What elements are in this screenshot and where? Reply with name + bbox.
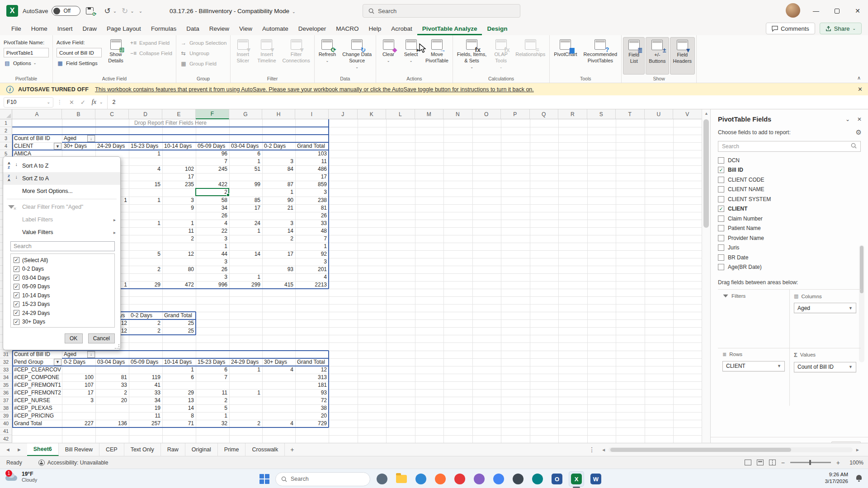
cell-D18[interactable]: 5 (129, 250, 162, 258)
taskbar-app-chrome[interactable] (491, 471, 506, 487)
cell-D22[interactable]: 29 (129, 281, 162, 289)
cell-E9[interactable]: 235 (162, 181, 196, 188)
formula-bar-chevron-icon[interactable]: ⌄ (99, 100, 103, 104)
filter-option-05-09-days[interactable]: ✓05-09 Days (14, 282, 114, 291)
collapse-ribbon-icon[interactable]: ∧ (857, 75, 861, 81)
autosave-toggle[interactable]: Off (52, 6, 80, 16)
column-header-L[interactable]: L (386, 109, 415, 119)
filter-option--select-all-[interactable]: ✓(Select All) (14, 256, 114, 265)
tab-draw[interactable]: Draw (78, 23, 102, 35)
column-header-Q[interactable]: Q (530, 109, 559, 119)
cell-I18[interactable]: 92 (295, 250, 329, 258)
cell-B40[interactable]: 227 (62, 420, 95, 427)
column-header-R[interactable]: R (558, 109, 587, 119)
cell-A39[interactable]: #CEP_PRICING (12, 412, 62, 420)
move-pivottable-button[interactable]: →MovePivotTable (423, 37, 451, 75)
cell-C36[interactable]: 2 (95, 389, 129, 397)
refresh-button[interactable]: ⟳Refresh⌄ (316, 37, 339, 75)
area-field-count-of-bill-id[interactable]: Count of Bill ID▼ (794, 362, 856, 372)
cell-I8[interactable]: 17 (295, 173, 329, 181)
row-header-38[interactable]: 38 (0, 404, 12, 412)
cell-C32[interactable]: 03-04 Days (95, 358, 129, 366)
cell-I37[interactable]: 72 (295, 397, 329, 404)
banner-close-icon[interactable]: ✕ (858, 86, 863, 93)
column-header-H[interactable]: H (262, 109, 295, 119)
cell-I10[interactable]: 3 (295, 188, 329, 196)
filter-option-03-04-days[interactable]: ✓03-04 Days (14, 273, 114, 282)
cell-D27[interactable]: 2 (129, 319, 162, 327)
cell-G14[interactable]: 24 (229, 220, 262, 227)
cell-F12[interactable]: 34 (196, 204, 229, 212)
title-chevron-icon[interactable]: ⌄ (292, 9, 296, 14)
cell-G40[interactable]: 2 (229, 420, 262, 427)
column-header-K[interactable]: K (358, 109, 387, 119)
cell-G4[interactable]: 03-04 Days (229, 142, 262, 150)
cell-E27[interactable]: 25 (162, 319, 196, 327)
show-details-button[interactable]: ⊞ShowDetails (105, 37, 127, 75)
sheet-tab-raw[interactable]: Raw (161, 443, 185, 456)
field-item-juris[interactable]: Juris (718, 243, 856, 253)
cell-I14[interactable]: 33 (295, 220, 329, 227)
select-button[interactable]: ▸Select⌄ (400, 37, 422, 75)
cell-E7[interactable]: 102 (162, 165, 196, 173)
field-item-br-date[interactable]: BR Date (718, 253, 856, 263)
row-header-4[interactable]: 4 (0, 142, 12, 150)
pivotchart-button[interactable]: ▆PivotChart (551, 37, 580, 75)
field-settings-button[interactable]: ▦Field Settings (57, 58, 102, 68)
cell-F5[interactable]: 96 (196, 150, 229, 158)
tab-help[interactable]: Help (364, 23, 387, 35)
cell-E38[interactable]: 14 (162, 404, 196, 412)
cell-B37[interactable]: 3 (62, 397, 95, 404)
area-field-client[interactable]: CLIENT▼ (722, 361, 785, 371)
zoom-in-icon[interactable]: + (836, 459, 840, 466)
cell-C35[interactable]: 33 (95, 381, 129, 389)
filter-sort-button-B3[interactable]: ↓ (87, 135, 95, 142)
cell-A40[interactable]: Grand Total (12, 420, 62, 427)
fields-items---sets-button[interactable]: fxFields, Items,& Sets⌄ (454, 37, 489, 75)
cell-A37[interactable]: #CEP_NURSE (12, 397, 62, 404)
cell-I4[interactable]: Grand Total (295, 142, 329, 150)
column-header-P[interactable]: P (501, 109, 530, 119)
cell-G5[interactable]: 6 (229, 150, 262, 158)
taskbar-app-app-teal[interactable] (530, 471, 545, 487)
filter-option-0-2-days[interactable]: ✓0-2 Days (14, 265, 114, 274)
undo-icon[interactable]: ↺ (104, 6, 110, 16)
cell-E4[interactable]: 10-14 Days (162, 142, 196, 150)
cell-F11[interactable]: 58 (196, 197, 229, 204)
column-header-B[interactable]: B (62, 109, 95, 119)
cell-D20[interactable]: 2 (129, 266, 162, 273)
field-item-client-code[interactable]: CLIENT CODE (718, 175, 856, 185)
column-header-O[interactable]: O (472, 109, 501, 119)
taskbar-app-app-purple[interactable] (472, 471, 487, 487)
horizontal-scrollbar[interactable] (609, 447, 853, 452)
tabs-scroll-left-icon[interactable]: ◄ (5, 447, 10, 452)
sheet-tab-cep[interactable]: CEP (99, 443, 124, 456)
share-button[interactable]: Share ⌄ (820, 23, 862, 34)
cell-I32[interactable]: Grand Total (295, 358, 329, 366)
cell-H20[interactable]: 93 (262, 266, 295, 273)
cell-G32[interactable]: 24-29 Days (229, 358, 262, 366)
title-search-box[interactable]: Search (363, 4, 520, 18)
cell-G9[interactable]: 99 (229, 181, 262, 188)
cancel-button[interactable]: Cancel (88, 333, 115, 343)
cell-H40[interactable]: 4 (262, 420, 295, 427)
tab-design[interactable]: Design (482, 23, 512, 35)
column-header-J[interactable]: J (329, 109, 358, 119)
undo-chevron-icon[interactable]: ⌄ (113, 9, 117, 14)
row-header-2[interactable]: 2 (0, 127, 12, 135)
cell-F33[interactable]: 6 (196, 366, 229, 374)
cell-F9[interactable]: 422 (196, 181, 229, 188)
insert-function-icon[interactable]: fx (92, 99, 96, 106)
cell-I7[interactable]: 486 (295, 165, 329, 173)
cell-F19[interactable]: 3 (196, 258, 229, 266)
page-layout-view-icon[interactable] (757, 460, 764, 465)
cell-F38[interactable]: 5 (196, 404, 229, 412)
cell-I16[interactable]: 7 (295, 235, 329, 243)
cell-I6[interactable]: 11 (295, 158, 329, 165)
cell-A34[interactable]: #CEP_COMPONE (12, 374, 62, 381)
formula-input[interactable]: 2 (107, 95, 868, 109)
cell-H12[interactable]: 21 (262, 204, 295, 212)
cell-E8[interactable]: 17 (162, 173, 196, 181)
taskbar-app-word[interactable]: W (588, 471, 604, 487)
name-box-chevron-icon[interactable]: ⌄ (47, 100, 50, 104)
